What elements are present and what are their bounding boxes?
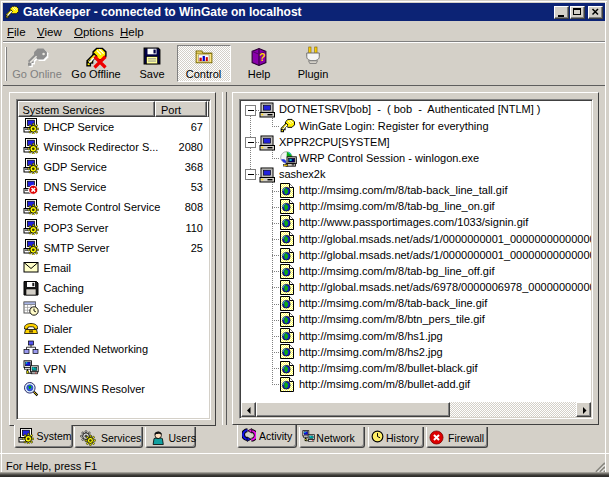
svg-text:?: ?	[259, 51, 265, 63]
